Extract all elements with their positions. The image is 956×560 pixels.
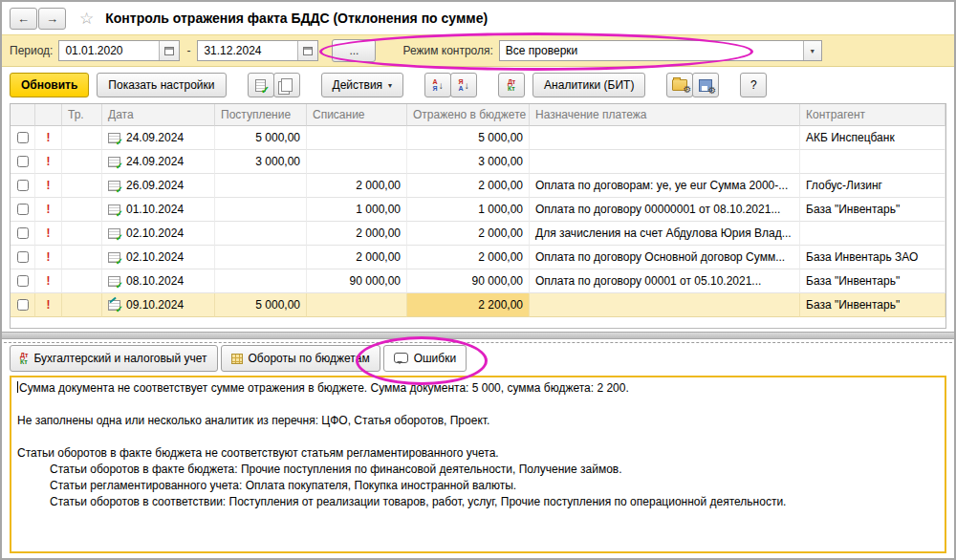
header-date[interactable]: Дата	[102, 104, 215, 126]
period-to-field[interactable]: 31.12.2024	[197, 40, 318, 61]
table-row[interactable]: ! ✓24.09.2024 3 000,00 3 000,00	[11, 150, 945, 174]
table-row[interactable]: ! ✓01.10.2024 1 000,00 1 000,00 Оплата п…	[11, 198, 945, 222]
back-button[interactable]: ←	[10, 8, 37, 30]
cell-income	[215, 246, 307, 269]
cell-date: 08.10.2024	[126, 274, 184, 288]
horizontal-splitter[interactable]	[2, 332, 954, 339]
load-settings-button[interactable]: ⚙	[666, 73, 693, 97]
table-header-row: Тр. Дата Поступление Списание Отражено в…	[11, 104, 945, 126]
refresh-button[interactable]: Обновить	[10, 73, 89, 97]
save-settings-button[interactable]: ⚙	[692, 73, 719, 97]
header-budget[interactable]: Отражено в бюджете	[407, 104, 530, 126]
header-purpose[interactable]: Назначение платежа	[530, 104, 800, 126]
control-mode-dropdown-button[interactable]: ▾	[803, 41, 821, 60]
row-checkbox[interactable]	[17, 299, 29, 311]
sort-ascending-button[interactable]: АЯ ↓	[424, 73, 451, 97]
cell-income	[215, 174, 307, 198]
dt-kt-button[interactable]: ДтКт	[498, 73, 525, 97]
cell-writeoff: 2 000,00	[307, 174, 407, 198]
period-more-button[interactable]: ...	[332, 39, 376, 62]
header-counterparty[interactable]: Контрагент	[800, 104, 945, 126]
period-from-field[interactable]: 01.01.2020	[58, 40, 180, 61]
cell-writeoff: 90 000,00	[307, 269, 407, 293]
favorite-star-icon[interactable]: ☆	[79, 11, 94, 27]
cell-writeoff: 2 000,00	[307, 222, 407, 246]
warning-icon: !	[47, 179, 51, 192]
cell-writeoff: 2 000,00	[307, 246, 407, 269]
posted-document-icon: ✓	[108, 228, 120, 239]
header-writeoff[interactable]: Списание	[307, 104, 407, 126]
cell-budget: 2 000,00	[407, 246, 530, 269]
warning-icon: !	[47, 298, 51, 312]
error-line: Статьи оборотов в соответствии: Поступле…	[17, 494, 939, 510]
cell-purpose	[530, 150, 800, 174]
row-checkbox[interactable]	[17, 156, 29, 167]
results-table: Тр. Дата Поступление Списание Отражено в…	[10, 103, 946, 329]
tab-errors[interactable]: Ошибки	[383, 345, 467, 372]
header-tr[interactable]: Тр.	[62, 104, 102, 126]
errors-text-pane[interactable]: Сумма документа не соответствует сумме о…	[10, 376, 946, 553]
row-checkbox[interactable]	[17, 251, 29, 263]
row-checkbox[interactable]	[17, 132, 29, 143]
cell-income	[215, 269, 307, 293]
show-settings-button[interactable]: Показать настройки	[97, 73, 226, 97]
copy-icon	[281, 78, 293, 92]
tab-accounting[interactable]: ДтКт Бухгалтерский и налоговый учет	[10, 345, 218, 372]
calendar-icon	[303, 47, 313, 55]
modified-document-icon: ✓	[108, 300, 120, 311]
copy-document-button[interactable]	[273, 73, 300, 97]
cell-date: 24.09.2024	[126, 155, 184, 168]
settings-io-group: ⚙ ⚙	[666, 73, 719, 97]
period-to-value[interactable]: 31.12.2024	[198, 44, 297, 57]
control-mode-select[interactable]: Все проверки ▾	[499, 40, 822, 61]
bottom-tabs: ДтКт Бухгалтерский и налоговый учет Обор…	[2, 346, 954, 372]
splitter-focus-line	[4, 342, 952, 343]
table-row[interactable]: ! ✓08.10.2024 90 000,00 90 000,00 Оплата…	[11, 269, 945, 293]
tab-turnovers[interactable]: Обороты по бюджетам	[221, 345, 380, 372]
cell-writeoff	[307, 126, 407, 150]
calendar-button-from[interactable]	[159, 41, 179, 60]
sort-descending-button[interactable]: ЯА ↓	[450, 73, 477, 97]
period-label: Период:	[10, 44, 53, 57]
cell-budget: 90 000,00	[407, 269, 530, 293]
row-checkbox[interactable]	[17, 227, 29, 239]
cell-date: 01.10.2024	[126, 203, 184, 216]
document-buttons-group: ✓	[248, 73, 300, 97]
text-caret	[17, 381, 18, 393]
posted-document-icon: ✓	[108, 252, 120, 263]
forward-button[interactable]: →	[38, 8, 66, 30]
cell-income: 5 000,00	[215, 293, 307, 317]
calendar-button-to[interactable]	[297, 41, 317, 60]
row-checkbox[interactable]	[17, 180, 29, 191]
cell-income	[215, 198, 307, 222]
cell-counterparty	[800, 150, 945, 174]
cell-income	[215, 222, 307, 246]
sort-descending-icon: ЯА ↓	[459, 78, 469, 92]
help-button[interactable]: ?	[740, 73, 767, 97]
cell-date: 02.10.2024	[126, 250, 184, 264]
table-row[interactable]: ! ✓24.09.2024 5 000,00 5 000,00 АКБ Инсп…	[11, 126, 945, 150]
period-from-value[interactable]: 01.01.2020	[59, 44, 159, 57]
cell-counterparty: База "Инвентарь"	[800, 198, 945, 222]
toolbar: Обновить Показать настройки ✓ Действия ▾…	[2, 67, 954, 103]
cell-purpose	[530, 126, 800, 150]
table-row[interactable]: ! ✓02.10.2024 2 000,00 2 000,00 Оплата п…	[11, 246, 945, 269]
table-row[interactable]: ! ✓02.10.2024 2 000,00 2 000,00 Для зачи…	[11, 222, 945, 246]
cell-counterparty: Глобус-Лизинг	[800, 174, 945, 198]
chevron-down-icon: ▾	[811, 47, 815, 55]
cell-writeoff	[307, 293, 407, 317]
cell-budget: 2 000,00	[407, 174, 530, 198]
row-checkbox[interactable]	[17, 275, 29, 287]
cell-counterparty: База "Инвентарь"	[800, 293, 945, 317]
analytics-bit-button[interactable]: Аналитики (БИТ)	[532, 73, 645, 97]
check-icon: ✓	[261, 85, 270, 96]
table-row-selected[interactable]: ! ✓09.10.2024 5 000,00 2 200,00 База "Ин…	[11, 293, 945, 317]
table-row[interactable]: ! ✓26.09.2024 2 000,00 2 000,00 Оплата п…	[11, 174, 945, 198]
cell-counterparty: АКБ Инспецбанк	[800, 126, 945, 150]
header-income[interactable]: Поступление	[215, 104, 307, 126]
actions-menu-button[interactable]: Действия ▾	[321, 73, 404, 97]
warning-icon: !	[47, 131, 51, 144]
cell-purpose: Оплата по договору Основной договор Сумм…	[530, 246, 800, 269]
row-checkbox[interactable]	[17, 204, 29, 215]
post-document-button[interactable]: ✓	[248, 73, 274, 97]
